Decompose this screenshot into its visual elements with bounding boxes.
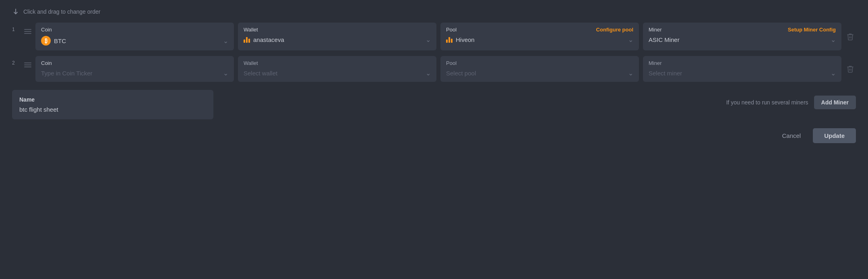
name-value: btc flight sheet: [19, 106, 206, 113]
delete-row-2[interactable]: [845, 62, 856, 76]
pool-chevron-1[interactable]: ⌄: [628, 36, 633, 44]
miner-row-1: 1 Coin ₿ BTC ⌄ Wallet: [12, 23, 856, 50]
wallet-field-1[interactable]: Wallet anastaceva ⌄: [238, 23, 436, 50]
fields-group-1: Coin ₿ BTC ⌄ Wallet: [35, 23, 841, 50]
wallet-label-2: Wallet: [244, 60, 431, 66]
miner-chevron-2[interactable]: ⌄: [831, 69, 836, 77]
miner-value-1: ASIC Miner ⌄: [649, 36, 836, 44]
drag-hint: Click and drag to change order: [12, 8, 856, 15]
bottom-section: Name btc flight sheet If you need to run…: [12, 90, 856, 119]
fields-group-2: Coin Type in Coin Ticker ⌄ Wallet Select…: [35, 56, 841, 82]
miner-field-1[interactable]: Miner Setup Miner Config ASIC Miner ⌄: [643, 23, 841, 50]
wallet-label-1: Wallet: [244, 27, 431, 33]
btc-icon-1: ₿: [41, 36, 51, 46]
pool-field-1[interactable]: Pool Configure pool Hiveon ⌄: [440, 23, 639, 50]
row-index-1: 1: [12, 23, 24, 32]
drag-handle-1[interactable]: [24, 23, 31, 34]
pool-label-2: Pool: [446, 60, 633, 66]
add-miner-hint: If you need to run several miners: [726, 99, 808, 106]
pool-chevron-2[interactable]: ⌄: [628, 69, 633, 77]
miner-row-2: 2 Coin Type in Coin Ticker ⌄ Wallet Sele…: [12, 56, 856, 82]
update-button[interactable]: Update: [813, 128, 856, 143]
delete-row-1[interactable]: [845, 29, 856, 44]
coin-label-1: Coin: [41, 27, 228, 33]
wallet-icon-1: [244, 37, 250, 43]
pool-value-1: Hiveon ⌄: [446, 36, 633, 44]
configure-pool-link-1[interactable]: Configure pool: [596, 27, 633, 33]
name-card: Name btc flight sheet: [12, 90, 213, 119]
coin-field-2[interactable]: Coin Type in Coin Ticker ⌄: [35, 56, 234, 82]
drag-handle-2[interactable]: [24, 56, 31, 67]
wallet-chevron-2[interactable]: ⌄: [426, 69, 431, 77]
miner-value-2: Select miner ⌄: [649, 69, 836, 77]
miner-label-2: Miner: [649, 60, 836, 66]
miner-chevron-1[interactable]: ⌄: [831, 36, 836, 44]
miner-field-2[interactable]: Miner Select miner ⌄: [643, 56, 841, 82]
add-miner-section: If you need to run several miners Add Mi…: [221, 90, 856, 109]
wallet-value-2: Select wallet ⌄: [244, 69, 431, 77]
drag-down-icon: [12, 8, 19, 15]
coin-label-2: Coin: [41, 60, 228, 66]
drag-hint-text: Click and drag to change order: [23, 8, 100, 15]
wallet-chevron-1[interactable]: ⌄: [426, 36, 431, 44]
pool-icon-1: [446, 37, 453, 43]
wallet-value-1: anastaceva ⌄: [244, 36, 431, 44]
coin-value-2: Type in Coin Ticker ⌄: [41, 69, 228, 77]
add-miner-button[interactable]: Add Miner: [814, 96, 856, 109]
coin-field-1[interactable]: Coin ₿ BTC ⌄: [35, 23, 234, 50]
setup-miner-link-1[interactable]: Setup Miner Config: [788, 27, 836, 33]
row-index-2: 2: [12, 56, 24, 66]
pool-field-2[interactable]: Pool Select pool ⌄: [440, 56, 639, 82]
coin-chevron-2[interactable]: ⌄: [223, 69, 228, 77]
cancel-button[interactable]: Cancel: [775, 128, 807, 143]
coin-chevron-1[interactable]: ⌄: [223, 37, 228, 45]
action-row: Cancel Update: [12, 128, 856, 143]
wallet-field-2[interactable]: Wallet Select wallet ⌄: [238, 56, 436, 82]
name-label: Name: [19, 96, 206, 103]
pool-value-2: Select pool ⌄: [446, 69, 633, 77]
coin-value-1: ₿ BTC ⌄: [41, 36, 228, 46]
